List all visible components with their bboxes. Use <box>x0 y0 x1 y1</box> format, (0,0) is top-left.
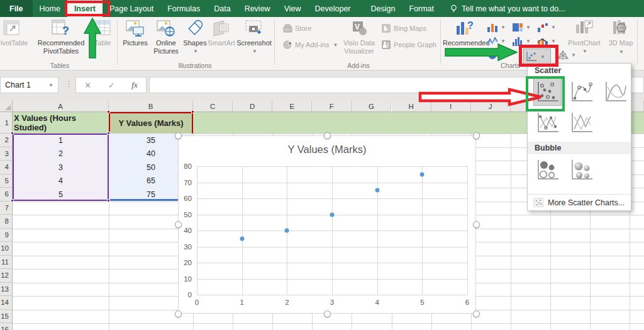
insert-column-chart-button[interactable]: ▼ <box>486 21 504 33</box>
cell-A3[interactable]: 2 <box>14 147 108 161</box>
tell-me-box[interactable]: Tell me what you want to do... <box>441 0 565 17</box>
row-header-10[interactable]: 10 <box>0 242 13 256</box>
scatter-data-point[interactable] <box>240 236 244 241</box>
cell-B1[interactable]: Y Values (Marks) <box>110 112 192 134</box>
visio-data-visualizer-button[interactable]: V Visio Data Visualizer <box>340 19 379 55</box>
range-handle[interactable] <box>107 110 110 113</box>
insert-waterfall-chart-button[interactable]: ▼ <box>536 21 555 33</box>
column-header-A[interactable]: A <box>13 101 109 112</box>
cell-A1[interactable]: X Values (Hours Studied) <box>14 112 108 134</box>
cell-A4[interactable]: 3 <box>14 161 108 174</box>
row-header-3[interactable]: 3 <box>0 147 13 161</box>
tab-review[interactable]: Review <box>238 0 277 17</box>
3d-map-button[interactable]: 3D Map ▼ <box>606 19 635 55</box>
tab-view[interactable]: View <box>277 0 308 17</box>
row-header-16[interactable]: 16 <box>0 323 13 330</box>
tab-formulas[interactable]: Formulas <box>160 0 207 17</box>
chart-selection-handle[interactable] <box>473 221 480 228</box>
cell-A5[interactable]: 4 <box>14 174 108 188</box>
column-header-B[interactable]: B <box>109 101 193 112</box>
scatter-data-point[interactable] <box>285 229 289 233</box>
row-header-1[interactable]: 1 <box>0 112 13 134</box>
range-handle[interactable] <box>191 110 194 113</box>
column-header-F[interactable]: F <box>312 101 352 112</box>
online-pictures-button[interactable]: Online Pictures <box>151 19 181 55</box>
my-addins-button[interactable]: My Add-ins ▼ <box>283 40 338 49</box>
menu-item-bubble[interactable] <box>533 156 562 184</box>
pivottable-button[interactable]: PivotTable <box>0 19 30 47</box>
x-axis-tick-label: 2 <box>285 299 289 306</box>
column-header-C[interactable]: C <box>193 101 233 112</box>
pivotchart-button[interactable]: PivotChart ▼ <box>566 19 602 54</box>
name-box[interactable]: Chart 1 ▼ <box>0 77 58 93</box>
row-header-13[interactable]: 13 <box>0 283 13 297</box>
chart-plot-area[interactable]: 012345601020304050607080 <box>197 166 467 295</box>
range-handle[interactable] <box>11 199 14 202</box>
range-handle[interactable] <box>107 132 110 135</box>
tab-page-layout[interactable]: Page Layout <box>103 0 160 17</box>
row-header-9[interactable]: 9 <box>0 229 13 242</box>
smartart-label: SmartArt <box>208 39 235 47</box>
recommended-pivottables-button[interactable]: ? Recommended PivotTables <box>33 19 89 55</box>
tab-file[interactable]: File <box>0 0 33 17</box>
more-scatter-charts-item[interactable]: More Scatter Charts... <box>528 194 631 210</box>
bing-maps-icon <box>382 24 391 33</box>
tab-design[interactable]: Design <box>364 0 402 17</box>
scatter-data-point[interactable] <box>330 212 335 217</box>
store-button[interactable]: Store <box>283 24 311 33</box>
tab-developer[interactable]: Developer <box>308 0 358 17</box>
tab-home[interactable]: Home <box>33 0 67 17</box>
row-header-4[interactable]: 4 <box>0 161 13 174</box>
row-header-14[interactable]: 14 <box>0 296 13 310</box>
chart-title[interactable]: Y Values (Marks) <box>179 144 475 156</box>
pivottable-icon <box>2 19 22 38</box>
menu-item-scatter-smooth[interactable] <box>601 78 630 106</box>
column-header-G[interactable]: G <box>352 101 391 112</box>
row-header-12[interactable]: 12 <box>0 269 13 283</box>
chart-selection-handle[interactable] <box>324 132 331 139</box>
row-header-15[interactable]: 15 <box>0 310 13 324</box>
scatter-data-point[interactable] <box>375 188 379 193</box>
row-header-2[interactable]: 2 <box>0 134 13 147</box>
row-header-7[interactable]: 7 <box>0 202 13 215</box>
pivotchart-icon <box>574 19 594 38</box>
column-header-D[interactable]: D <box>233 101 272 112</box>
people-graph-button[interactable]: People Graph <box>382 40 436 49</box>
select-all-corner[interactable] <box>0 101 13 112</box>
row-header-5[interactable]: 5 <box>0 174 13 188</box>
tab-data[interactable]: Data <box>207 0 237 17</box>
menu-item-3d-bubble[interactable] <box>567 156 596 184</box>
row-header-11[interactable]: 11 <box>0 256 13 270</box>
chart-selection-handle[interactable] <box>175 310 182 317</box>
svg-text:?: ? <box>62 25 69 37</box>
cell-A2[interactable]: 1 <box>14 134 108 147</box>
chart-selection-handle[interactable] <box>175 132 182 139</box>
cell-A6[interactable]: 5 <box>14 188 108 202</box>
chart-selection-handle[interactable] <box>324 310 331 317</box>
insert-hierarchy-chart-button[interactable]: ▼ <box>511 21 530 33</box>
annotation-green-box-scatter-option <box>526 76 565 111</box>
screenshot-button[interactable]: Screenshot ▼ <box>236 19 272 54</box>
scatter-chart-object[interactable]: Y Values (Marks) 01234560102030405060708… <box>178 135 476 314</box>
cancel-entry-icon[interactable]: ✕ <box>84 81 91 90</box>
insert-function-icon[interactable]: fx <box>131 80 137 90</box>
range-handle[interactable] <box>107 199 110 202</box>
menu-item-scatter-straight-markers[interactable] <box>533 109 562 137</box>
bing-maps-button[interactable]: Bing Maps <box>382 24 426 33</box>
chart-selection-handle[interactable] <box>175 221 182 228</box>
range-handle[interactable] <box>11 132 14 135</box>
row-header-8[interactable]: 8 <box>0 215 13 229</box>
menu-item-scatter-straight[interactable] <box>567 109 596 137</box>
smartart-button[interactable]: SmartArt <box>206 19 236 47</box>
chart-selection-handle[interactable] <box>473 310 480 317</box>
y-axis-tick-label: 40 <box>184 227 192 234</box>
confirm-entry-icon[interactable]: ✓ <box>108 81 115 90</box>
shapes-button[interactable]: Shapes ▼ <box>182 19 208 54</box>
scatter-data-point[interactable] <box>420 172 425 176</box>
column-header-E[interactable]: E <box>272 101 312 112</box>
tab-format[interactable]: Format <box>402 0 441 17</box>
name-box-dropdown-arrow[interactable]: ▼ <box>48 82 53 88</box>
pictures-button[interactable]: Pictures <box>121 19 150 47</box>
menu-item-scatter-smooth-markers[interactable] <box>567 78 596 106</box>
chart-selection-handle[interactable] <box>473 132 480 139</box>
